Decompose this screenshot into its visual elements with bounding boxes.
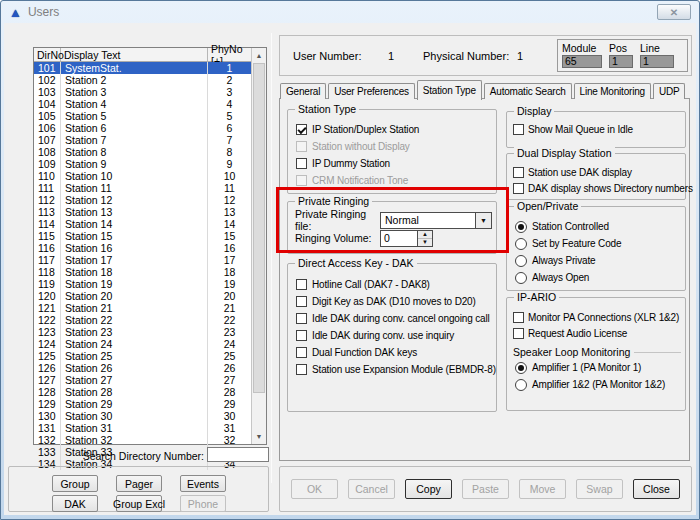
panel-button[interactable]: Phone (180, 495, 226, 512)
user-list-row[interactable]: 112 Station 12 12 (34, 194, 251, 206)
user-list-row[interactable]: 129 Station 29 29 (34, 398, 251, 410)
tab[interactable]: General (280, 83, 326, 99)
radio-row[interactable]: Always Private (507, 252, 685, 269)
user-list-row[interactable]: 101 SystemStat. 1 (34, 62, 251, 74)
button-label: Group Excl (113, 498, 165, 510)
dialog-button[interactable]: Cancel (348, 479, 395, 499)
display-text-cell: Station 13 (61, 206, 208, 218)
checkbox-icon (296, 279, 307, 290)
radio-row[interactable]: Amplifier 1 (PA Monitor 1) (507, 359, 685, 376)
user-list-row[interactable]: 126 Station 26 26 (34, 362, 251, 374)
user-list-row[interactable]: 109 Station 9 9 (34, 158, 251, 170)
user-list-row[interactable]: 108 Station 8 8 (34, 146, 251, 158)
column-header-dirno[interactable]: DirNo (34, 48, 61, 61)
checkbox-row[interactable]: Hotline Call (DAK7 - DAK8) (288, 276, 496, 293)
spin-up-icon[interactable]: ▲ (418, 231, 432, 239)
user-list-row[interactable]: 116 Station 16 16 (34, 242, 251, 254)
scrollbar-thumb[interactable] (253, 63, 265, 393)
user-list-row[interactable]: 119 Station 19 19 (34, 278, 251, 290)
column-header-display-text[interactable]: Display Text (61, 48, 208, 61)
panel-button[interactable]: Group (52, 475, 98, 492)
panel-button[interactable]: Events (180, 475, 226, 492)
dialog-button[interactable]: OK (291, 479, 338, 499)
spin-down-icon[interactable]: ▼ (418, 239, 432, 246)
radio-row[interactable]: Amplifier 1&2 (PA Monitor 1&2) (507, 376, 685, 393)
private-ringing-file-dropdown[interactable]: Normal ▼ (380, 212, 492, 229)
user-list-row[interactable]: 106 Station 6 6 (34, 122, 251, 134)
panel-button[interactable]: DAK (52, 495, 98, 512)
checkbox-row[interactable]: Idle DAK during conv. use inquiry (288, 327, 496, 344)
dialog-button[interactable]: Close (633, 479, 680, 499)
checkbox-row[interactable]: Digit Key as DAK (D10 moves to D20) (288, 293, 496, 310)
radio-row[interactable]: Always Open (507, 269, 685, 286)
dirno-cell: 120 (34, 290, 61, 302)
checkbox-row[interactable]: Dual Function DAK keys (288, 344, 496, 361)
checkbox-row[interactable]: Station without Display (288, 138, 496, 155)
checkbox-row[interactable]: Station use DAK display (507, 164, 685, 180)
checkbox-row[interactable]: Idle DAK during conv. cancel ongoing cal… (288, 310, 496, 327)
dialog-button[interactable]: Swap (576, 479, 623, 499)
checkbox-row[interactable]: IP Dummy Station (288, 155, 496, 172)
tab[interactable]: Automatic Search (484, 83, 572, 99)
column-header-phyno[interactable]: PhyNo [+] (208, 48, 251, 61)
user-list-row[interactable]: 122 Station 22 22 (34, 314, 251, 326)
tab[interactable]: Station Type (417, 80, 482, 100)
checkbox-row[interactable]: Monitor PA Connections (XLR 1&2) (507, 309, 685, 325)
checkbox-row[interactable]: CRM Notification Tone (288, 172, 496, 189)
user-list-row[interactable]: 113 Station 13 13 (34, 206, 251, 218)
user-list-row[interactable]: 107 Station 7 7 (34, 134, 251, 146)
user-list-row[interactable]: 125 Station 25 25 (34, 350, 251, 362)
user-list-row[interactable]: 131 Station 31 31 (34, 422, 251, 434)
user-list-row[interactable]: 120 Station 20 20 (34, 290, 251, 302)
ringing-volume-field[interactable]: 0 (380, 230, 418, 247)
user-list-row[interactable]: 117 Station 17 17 (34, 254, 251, 266)
user-list-row[interactable]: 104 Station 4 4 (34, 98, 251, 110)
user-list-row[interactable]: 121 Station 21 21 (34, 302, 251, 314)
display-text-cell: Station 4 (61, 98, 208, 110)
tab[interactable]: Line Monitoring (574, 83, 651, 99)
chevron-down-icon[interactable]: ▼ (475, 213, 491, 228)
radio-icon (515, 238, 527, 250)
checkbox-row[interactable]: Station use Expansion Module (EBMDR-8) (288, 361, 496, 378)
radio-row[interactable]: Station Controlled (507, 218, 685, 235)
tab[interactable]: User Preferences (328, 83, 415, 99)
tab[interactable]: UDP (653, 83, 686, 99)
dirno-cell: 124 (34, 338, 61, 350)
checkbox-label: Digit Key as DAK (D10 moves to D20) (312, 296, 476, 307)
user-list-row[interactable]: 105 Station 5 5 (34, 110, 251, 122)
display-text-cell: Station 31 (61, 422, 208, 434)
user-list-row[interactable]: 132 Station 32 32 (34, 434, 251, 446)
title-bar[interactable]: ▲ Users (1, 1, 699, 23)
user-list-row[interactable]: 123 Station 23 23 (34, 326, 251, 338)
checkbox-icon (296, 330, 307, 341)
checkbox-row[interactable]: DAK display shows Directory numbers (507, 180, 685, 196)
radio-label: Amplifier 1&2 (PA Monitor 1&2) (532, 379, 665, 390)
user-list-row[interactable]: 124 Station 24 24 (34, 338, 251, 350)
user-list-row[interactable]: 127 Station 27 27 (34, 374, 251, 386)
search-directory-input[interactable] (207, 447, 269, 462)
checkbox-row[interactable]: Show Mail Queue in Idle (507, 121, 685, 137)
user-list-row[interactable]: 130 Station 30 30 (34, 410, 251, 422)
dialog-button[interactable]: Copy (405, 479, 452, 499)
user-list-row[interactable]: 103 Station 3 3 (34, 86, 251, 98)
radio-row[interactable]: Set by Feature Code (507, 235, 685, 252)
user-list-row[interactable]: 128 Station 28 28 (34, 386, 251, 398)
panel-button[interactable]: Group Excl (116, 495, 162, 512)
dialog-button[interactable]: Move (519, 479, 566, 499)
close-button[interactable]: ✕ (657, 4, 691, 20)
scroll-up-icon[interactable]: ▲ (252, 48, 266, 63)
dialog-button[interactable]: Paste (462, 479, 509, 499)
user-list-row[interactable]: 111 Station 11 11 (34, 182, 251, 194)
user-list-row[interactable]: 102 Station 2 2 (34, 74, 251, 86)
user-list-row[interactable]: 110 Station 10 10 (34, 170, 251, 182)
user-list-row[interactable]: 115 Station 15 15 (34, 230, 251, 242)
open-private-group: Open/Private Station Controlled Set by F… (506, 206, 686, 291)
button-label: Cancel (355, 483, 388, 495)
scroll-down-icon[interactable]: ▼ (252, 429, 266, 444)
user-list-row[interactable]: 114 Station 14 14 (34, 218, 251, 230)
panel-button[interactable]: Pager (116, 475, 162, 492)
checkbox-row[interactable]: IP Station/Duplex Station (288, 121, 496, 138)
user-list-row[interactable]: 118 Station 18 18 (34, 266, 251, 278)
checkbox-row[interactable]: Request Audio License (507, 325, 685, 341)
list-scrollbar[interactable]: ▲ ▼ (251, 48, 266, 444)
